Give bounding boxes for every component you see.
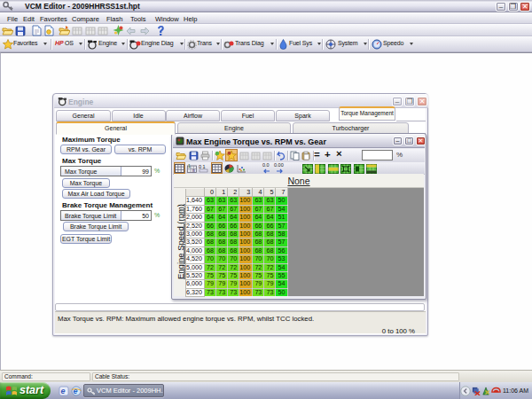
svg-text:1: 1 [188,164,191,168]
svg-text:n: n [192,168,195,173]
svg-text:e: e [74,387,78,395]
svg-text:e: e [61,387,66,395]
svg-text:0 1: 0 1 [199,164,206,169]
